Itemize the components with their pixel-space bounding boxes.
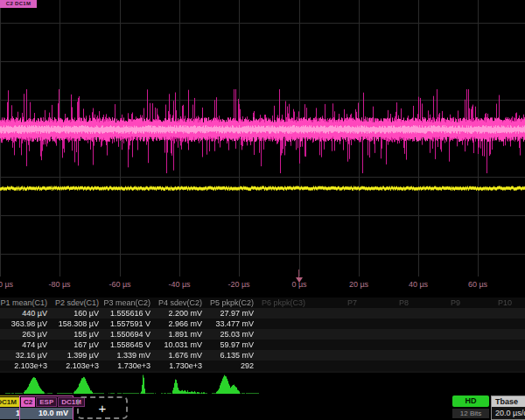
measure-cell: [465, 329, 516, 340]
time-axis-label: -80 µs: [48, 280, 70, 289]
measure-cell: [361, 318, 413, 329]
param-header-P1[interactable]: P1 mean(C1): [0, 298, 52, 308]
measure-cell: 32.16 µV: [0, 350, 52, 360]
measurement-table: P1 mean(C1)P2 sdev(C1)P3 mean(C2)P4 sdev…: [0, 298, 525, 382]
c2-trace-badge[interactable]: C2 DC1M: [0, 0, 37, 8]
measure-cell: 2.966 mV: [155, 318, 206, 329]
time-axis-label: -40 µs: [168, 280, 190, 289]
measure-cell: 59.97 mV: [206, 340, 258, 350]
measure-cell: [310, 360, 361, 371]
measure-cell: 160 µV: [52, 308, 103, 318]
measure-cell: [413, 350, 465, 360]
measure-cell: [413, 329, 465, 340]
measure-cell: 1.557591 V: [103, 318, 155, 329]
measure-cell: 33.477 mV: [206, 318, 258, 329]
measure-cell: [413, 340, 465, 350]
resolution-bits-label: 12 Bits: [452, 409, 489, 418]
measure-cell: [413, 308, 465, 318]
measure-cell: 167 µV: [52, 340, 103, 350]
measure-cell: 2.103e+3: [0, 360, 52, 371]
time-axis-label: -20 µs: [228, 280, 249, 289]
timebase-scale-value: 20.0 µs/div: [492, 407, 525, 419]
measure-cell: 1.555616 V: [103, 308, 155, 318]
measure-cell: [465, 318, 516, 329]
measure-cell: [465, 350, 516, 360]
measure-cell: [258, 308, 310, 318]
measure-cell: 2.103e+3: [52, 360, 103, 371]
measure-cell: 158.308 µV: [52, 318, 103, 329]
measure-cell: 1.676 mV: [155, 350, 206, 360]
measure-cell: [258, 350, 310, 360]
measure-cell: 1.730e+3: [103, 360, 155, 371]
add-trace-button[interactable]: +: [77, 396, 128, 419]
oscilloscope-screen: C2 DC1M -100 µs-80 µs-60 µs-40 µs-20 µs0…: [0, 0, 525, 420]
measure-cell: 440 µV: [0, 308, 52, 318]
measure-cell: 292: [206, 360, 258, 371]
channel-c2-descriptor[interactable]: C2 ESP DC1M 10.0 mV: [19, 396, 74, 420]
waveform-display[interactable]: [0, 0, 525, 276]
measure-cell: [310, 340, 361, 350]
time-axis-label: 60 µs: [468, 280, 487, 289]
measure-cell: [361, 329, 413, 340]
c1-coupling-badge: DC1M: [0, 397, 19, 407]
param-header-P2[interactable]: P2 sdev(C1): [52, 298, 103, 308]
measure-cell: [258, 340, 310, 350]
param-header-P8[interactable]: P8: [361, 298, 413, 308]
measure-cell: [465, 360, 516, 371]
measure-cell: [465, 308, 516, 318]
measure-cell: 263 µV: [0, 329, 52, 340]
param-header-P10[interactable]: P10: [465, 298, 516, 308]
param-header-P5[interactable]: P5 pkpk(C2): [206, 298, 258, 308]
param-header-P7[interactable]: P7: [310, 298, 361, 308]
measure-cell: [310, 308, 361, 318]
param-header-P3[interactable]: P3 mean(C2): [103, 298, 155, 308]
measure-cell: 1.399 µV: [52, 350, 103, 360]
measure-cell: [258, 318, 310, 329]
histicon-strip: [0, 373, 525, 395]
measure-cell: [413, 360, 465, 371]
measure-cell: 2.200 mV: [155, 308, 206, 318]
time-axis: -100 µs-80 µs-60 µs-40 µs-20 µs0 µs20 µs…: [0, 276, 525, 294]
measure-cell: [361, 308, 413, 318]
time-axis-label: 40 µs: [409, 280, 428, 289]
param-header-P6[interactable]: P6 pkpk(C3): [258, 298, 310, 308]
measure-cell: [310, 350, 361, 360]
measure-cell: [310, 318, 361, 329]
measure-cell: [413, 318, 465, 329]
param-header-P9[interactable]: P9: [413, 298, 465, 308]
measure-cell: 1.558645 V: [103, 340, 155, 350]
time-axis-label: -100 µs: [0, 280, 13, 289]
c2-vdiv-value: 10.0 mV: [20, 408, 73, 419]
measure-cell: 25.03 mV: [206, 329, 258, 340]
param-header-P4[interactable]: P4 sdev(C2): [155, 298, 206, 308]
measure-cell: [361, 350, 413, 360]
c2-label: C2: [21, 397, 35, 407]
measure-cell: 1.891 mV: [155, 329, 206, 340]
measure-cell: [310, 329, 361, 340]
measure-cell: 27.97 mV: [206, 308, 258, 318]
measure-cell: 1.550694 V: [103, 329, 155, 340]
measure-cell: 1.730e+3: [155, 360, 206, 371]
timebase-descriptor[interactable]: Tbase 20.0 µs/div: [491, 396, 525, 420]
time-axis-label: 20 µs: [349, 280, 368, 289]
measure-cell: 10.031 mV: [155, 340, 206, 350]
measure-cell: 1.339 mV: [103, 350, 155, 360]
measure-cell: [361, 340, 413, 350]
measure-cell: 474 µV: [0, 340, 52, 350]
trigger-position-marker[interactable]: [296, 277, 303, 283]
measure-cell: 6.135 mV: [206, 350, 258, 360]
measure-cell: [258, 360, 310, 371]
measure-cell: [465, 340, 516, 350]
timebase-title: Tbase: [492, 396, 525, 407]
time-axis-label: -60 µs: [108, 280, 130, 289]
measure-cell: [361, 360, 413, 371]
measure-cell: 155 µV: [52, 329, 103, 340]
measure-cell: [258, 329, 310, 340]
hd-mode-badge[interactable]: HD: [452, 396, 489, 407]
measure-cell: 363.98 µV: [0, 318, 52, 329]
c2-esp-badge: ESP: [36, 397, 57, 407]
